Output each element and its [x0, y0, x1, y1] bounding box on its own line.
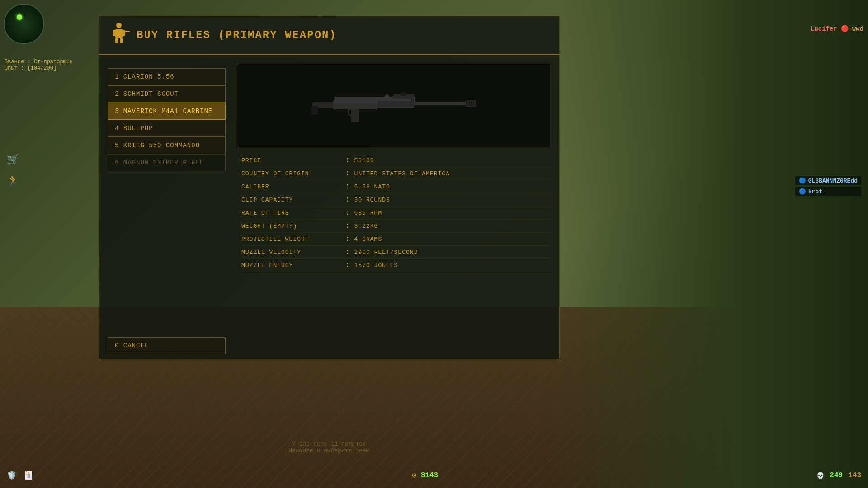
chat-msg-2: 🔵 krot [795, 187, 861, 196]
stat-label-proj_weight: PROJECTILE WEIGHT [241, 236, 345, 243]
svg-rect-10 [351, 109, 359, 122]
chat-icon-2: 🔵 [799, 188, 806, 195]
panel-content: 1 CLARION 5.562 SCHMIDT SCOUT3 MAVERICK … [99, 55, 559, 368]
svg-rect-17 [413, 102, 467, 105]
svg-rect-4 [115, 38, 118, 43]
hud-icon-shield: 🛡️ [7, 470, 17, 480]
stat-sep-muzzle_vel: : [345, 248, 350, 256]
weapon-item-3[interactable]: 3 MAVERICK M4A1 CARBINE [108, 103, 226, 120]
exp-label: Опыт : [104/200] [5, 65, 73, 71]
hud-ammo: 143 [848, 471, 861, 479]
svg-rect-23 [411, 97, 414, 103]
svg-point-0 [116, 23, 122, 28]
weapons-list: 1 CLARION 5.562 SCHMIDT SCOUT3 MAVERICK … [108, 64, 226, 359]
stat-row-muzzle_vel: MUZZLE VELOCITY: 2900 FEET/SECOND [241, 246, 550, 259]
weapon-item-2[interactable]: 2 SCHMIDT SCOUT [108, 85, 226, 103]
stat-label-muzzle_eng: MUZZLE ENERGY [241, 262, 345, 269]
chat-name-2: krot [808, 188, 822, 195]
hud-icon-gear: ⚙️ [412, 471, 416, 480]
svg-rect-6 [123, 31, 130, 32]
stat-label-muzzle_vel: MUZZLE VELOCITY [241, 249, 345, 256]
stat-value-country: UNITED STATES OF AMERICA [354, 170, 450, 177]
stat-value-weight: 3.22KG [354, 223, 378, 230]
player-status: Звание : Ст-прапорщик Опыт : [104/200] [5, 59, 73, 71]
person-icon: 🏃 [7, 175, 19, 187]
stat-sep-proj_weight: : [345, 235, 350, 243]
stat-value-proj_weight: 4 GRAMS [354, 236, 382, 243]
hud-icon-cards: 🃏 [24, 470, 33, 480]
chat-name-1: GL3BANNNZ0REdd [808, 178, 858, 184]
radar-dot [17, 14, 22, 20]
stat-sep-weight: : [345, 222, 350, 230]
weapon-item-1[interactable]: 1 CLARION 5.56 [108, 68, 226, 85]
hud-icon-skull: 💀 [816, 472, 824, 479]
svg-rect-2 [113, 30, 116, 36]
panel-footer: У вас есть 11 попыток Нажмите и выберите… [99, 441, 560, 454]
stat-label-price: PRICE [241, 157, 345, 164]
panel-header: BUY RIFLES (PRIMARY WEAPON) [99, 16, 559, 55]
stat-row-proj_weight: PROJECTILE WEIGHT: 4 GRAMS [241, 233, 550, 246]
footer-line2: Нажмите и выберите меню [99, 447, 560, 454]
stat-label-weight: WEIGHT (EMPTY) [241, 223, 345, 230]
weapon-item-6[interactable]: 6 MAGNUM SNIPER RIFLE [108, 154, 226, 171]
stat-value-price: $3100 [354, 157, 374, 164]
svg-rect-19 [466, 101, 467, 106]
stat-sep-clip: : [345, 196, 350, 204]
stat-row-country: COUNTRY OF ORIGIN: UNITED STATES OF AMER… [241, 167, 550, 180]
svg-rect-20 [468, 101, 470, 106]
svg-rect-21 [471, 101, 472, 106]
stat-value-caliber: 5.56 NATO [354, 183, 390, 190]
chat-icon-1: 🔵 [799, 177, 806, 184]
weapon-detail: PRICE: $3100COUNTRY OF ORIGIN: UNITED ST… [237, 64, 550, 359]
svg-rect-1 [115, 29, 123, 38]
svg-rect-16 [379, 107, 413, 108]
buy-panel: BUY RIFLES (PRIMARY WEAPON) 1 CLARION 5.… [99, 16, 560, 359]
radar [4, 4, 44, 44]
svg-rect-5 [120, 38, 123, 43]
stat-row-price: PRICE: $3100 [241, 154, 550, 167]
header-weapon-icon [108, 22, 130, 48]
svg-rect-22 [473, 101, 474, 106]
hud-money: $143 [421, 471, 438, 479]
cancel-section: 0 CANCEL [108, 337, 226, 359]
hud-bottom-center: ⚙️ $143 [412, 471, 438, 480]
stat-sep-country: : [345, 169, 350, 178]
stat-label-clip: CLIP CAPACITY [241, 197, 345, 203]
svg-rect-8 [311, 106, 318, 115]
stat-sep-caliber: : [345, 183, 350, 191]
hud-left-icons: 🛒 🏃 [7, 154, 19, 187]
bottom-hud: 🛡️ 🃏 ⚙️ $143 💀 249 143 [0, 466, 868, 484]
stat-sep-price: : [345, 156, 350, 164]
hud-bottom-right: 💀 249 143 [816, 471, 861, 479]
weapon-item-4[interactable]: 4 BULLPUP [108, 120, 226, 137]
player-name: Lucifer [811, 25, 837, 33]
cancel-button[interactable]: 0 CANCEL [108, 337, 226, 354]
svg-rect-25 [392, 96, 395, 98]
stat-row-muzzle_eng: MUZZLE ENERGY: 1570 JOULES [241, 259, 550, 272]
stat-value-muzzle_eng: 1570 JOULES [354, 262, 398, 269]
stat-label-caliber: CALIBER [241, 183, 345, 190]
weapons-container: 1 CLARION 5.562 SCHMIDT SCOUT3 MAVERICK … [108, 68, 226, 171]
rank-label: Звание : Ст-прапорщик [5, 59, 73, 65]
stat-label-rof: RATE OF FIRE [241, 210, 345, 216]
chat-msg-1: 🔵 GL3BANNNZ0REdd [795, 176, 861, 185]
player-name2: wwd [852, 25, 863, 33]
hud-bottom-left: 🛡️ 🃏 [7, 470, 33, 480]
stat-value-rof: 685 RPM [354, 210, 382, 216]
stat-value-clip: 30 ROUNDS [354, 197, 390, 203]
stat-row-clip: CLIP CAPACITY: 30 ROUNDS [241, 193, 550, 206]
weapon-stats: PRICE: $3100COUNTRY OF ORIGIN: UNITED ST… [237, 154, 550, 272]
weapon-item-5[interactable]: 5 KRIEG 550 COMMANDO [108, 137, 226, 154]
hud-kills: 249 [830, 471, 843, 479]
weapon-image-box [237, 64, 550, 147]
cart-icon: 🛒 [7, 154, 19, 166]
player-separator: 🔴 [841, 25, 849, 33]
weapon-image [308, 79, 480, 133]
footer-line1: У вас есть 11 попыток [99, 441, 560, 447]
player-info: Lucifer 🔴 wwd [811, 25, 863, 33]
stat-sep-rof: : [345, 209, 350, 217]
svg-rect-13 [401, 92, 406, 96]
stat-row-rof: RATE OF FIRE: 685 RPM [241, 206, 550, 220]
svg-point-24 [385, 94, 389, 99]
stat-label-country: COUNTRY OF ORIGIN [241, 170, 345, 177]
